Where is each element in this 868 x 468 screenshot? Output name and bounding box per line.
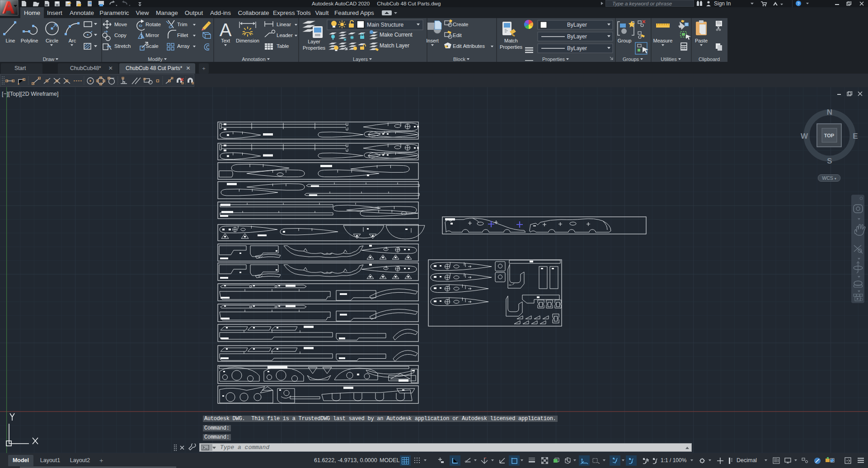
svg-text:A: A (220, 20, 232, 40)
svg-text:Match Layer: Match Layer (380, 42, 409, 49)
svg-text:TOP: TOP (824, 133, 834, 138)
svg-text:ByLayer: ByLayer (567, 33, 587, 40)
svg-text:ByLayer: ByLayer (567, 22, 587, 28)
svg-text:E: E (853, 132, 858, 140)
svg-text:N: N (827, 108, 832, 117)
svg-text:W: W (801, 132, 808, 140)
svg-text:ByLayer: ByLayer (567, 45, 587, 51)
svg-text:?: ? (797, 1, 799, 6)
svg-text:Main Structure: Main Structure (367, 22, 404, 28)
svg-text:Make Current: Make Current (380, 32, 413, 38)
svg-text:S: S (827, 157, 832, 165)
